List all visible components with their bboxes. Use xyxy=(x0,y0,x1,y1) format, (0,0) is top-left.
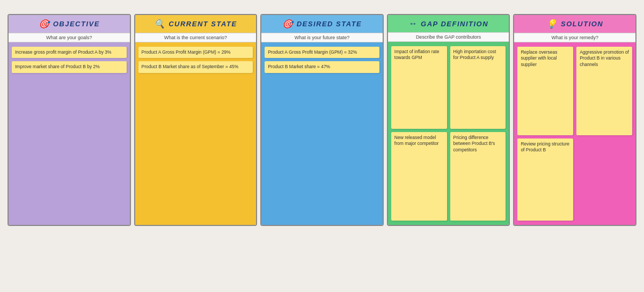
column-header-text-current: CURRENT STATE xyxy=(169,20,237,28)
column-gap: ↔GAP DEFINITIONDescribe the GAP contribu… xyxy=(387,14,510,226)
note-gap-1[interactable]: High importation cost for Product A supp… xyxy=(450,46,506,129)
column-header-gap: ↔GAP DEFINITION xyxy=(388,15,509,32)
note-solution-3[interactable]: Review pricing structure of Product B xyxy=(517,138,573,221)
column-header-current: 🔍CURRENT STATE xyxy=(135,15,257,33)
column-subheader-solution: What is your remedy? xyxy=(514,33,635,42)
column-header-solution: 💡SOLUTION xyxy=(514,15,635,33)
page-wrapper: 🎯OBJECTIVEWhat are your goals?Increase g… xyxy=(0,0,644,292)
note-current-0[interactable]: Product A Gross Profit Margin (GPM) = 29… xyxy=(138,47,253,58)
column-header-text-solution: SOLUTION xyxy=(561,20,603,28)
note-objective-1[interactable]: Improve market share of Product B by 2% xyxy=(12,61,127,72)
column-subheader-current: What is the current scenario? xyxy=(135,33,257,42)
note-desired-1[interactable]: Product B Market share = 47% xyxy=(265,61,379,72)
column-body-desired[interactable]: Product A Gross Profit Margin (GPM) = 32… xyxy=(261,42,383,225)
column-solution: 💡SOLUTIONWhat is your remedy?Replace ove… xyxy=(513,14,636,226)
desired-icon: 🎯 xyxy=(282,19,294,29)
column-header-text-gap: GAP DEFINITION xyxy=(421,20,488,28)
columns-container: 🎯OBJECTIVEWhat are your goals?Increase g… xyxy=(8,14,636,226)
column-header-desired: 🎯DESIRED STATE xyxy=(261,15,383,33)
column-subheader-gap: Describe the GAP contributors xyxy=(388,32,509,42)
column-subheader-desired: What is your future state? xyxy=(261,33,383,42)
note-objective-0[interactable]: Increase gross profit margin of Product … xyxy=(12,47,127,58)
note-gap-3[interactable]: Pricing difference between Product B's c… xyxy=(450,132,506,221)
solution-icon: 💡 xyxy=(546,19,558,29)
note-gap-2[interactable]: New released model from major competitor xyxy=(391,132,447,221)
column-header-text-desired: DESIRED STATE xyxy=(297,20,362,28)
column-desired: 🎯DESIRED STATEWhat is your future state?… xyxy=(260,14,384,226)
column-body-solution[interactable]: Replace overseas supplier with local sup… xyxy=(514,42,635,225)
column-body-current[interactable]: Product A Gross Profit Margin (GPM) = 29… xyxy=(135,42,257,225)
column-objective: 🎯OBJECTIVEWhat are your goals?Increase g… xyxy=(8,14,131,226)
column-subheader-objective: What are your goals? xyxy=(9,33,130,42)
note-gap-0[interactable]: Impact of inflation rate towards GPM xyxy=(391,46,447,129)
objective-icon: 🎯 xyxy=(39,19,50,29)
column-body-objective[interactable]: Increase gross profit margin of Product … xyxy=(9,42,130,225)
note-solution-2[interactable]: Aggressive promotion of Product B in var… xyxy=(576,47,632,135)
column-current: 🔍CURRENT STATEWhat is the current scenar… xyxy=(134,14,258,226)
note-current-1[interactable]: Product B Market share as of September =… xyxy=(138,61,253,72)
gap-icon: ↔ xyxy=(408,19,418,28)
column-header-objective: 🎯OBJECTIVE xyxy=(9,15,130,33)
note-solution-0[interactable]: Replace overseas supplier with local sup… xyxy=(517,47,573,135)
current-icon: 🔍 xyxy=(154,19,165,29)
note-desired-0[interactable]: Product A Gross Profit Margin (GPM) = 32… xyxy=(265,47,379,58)
column-header-text-objective: OBJECTIVE xyxy=(53,20,100,28)
column-body-gap[interactable]: Impact of inflation rate towards GPMHigh… xyxy=(388,42,509,225)
